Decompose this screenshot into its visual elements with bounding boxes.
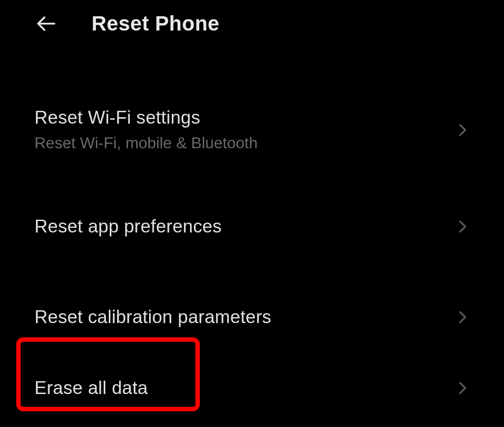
- list-item-erase-all-data[interactable]: Erase all data: [0, 362, 504, 414]
- list-item-title: Erase all data: [34, 378, 148, 398]
- header: Reset Phone: [0, 0, 504, 44]
- chevron-right-icon: [456, 381, 470, 395]
- list-item-title: Reset calibration parameters: [34, 307, 271, 328]
- list-item-body: Reset Wi-Fi settings Reset Wi-Fi, mobile…: [34, 107, 258, 152]
- list-item-reset-app-preferences[interactable]: Reset app preferences: [0, 163, 504, 248]
- back-button[interactable]: [34, 12, 58, 35]
- chevron-right-icon: [456, 310, 470, 324]
- list-item-title: Reset app preferences: [34, 216, 222, 237]
- list-item-body: Reset app preferences: [34, 216, 222, 237]
- chevron-right-icon: [456, 123, 470, 137]
- list-item-title: Reset Wi-Fi settings: [34, 107, 258, 128]
- list-item-reset-wifi[interactable]: Reset Wi-Fi settings Reset Wi-Fi, mobile…: [0, 103, 504, 163]
- chevron-right-icon: [456, 220, 470, 233]
- list-item-body: Erase all data: [34, 378, 148, 398]
- settings-list: Reset Wi-Fi settings Reset Wi-Fi, mobile…: [0, 44, 504, 414]
- list-item-subtitle: Reset Wi-Fi, mobile & Bluetooth: [34, 134, 258, 152]
- arrow-left-icon: [35, 13, 57, 34]
- list-item-body: Reset calibration parameters: [34, 307, 271, 328]
- page-title: Reset Phone: [92, 12, 220, 35]
- list-item-reset-calibration[interactable]: Reset calibration parameters: [0, 248, 504, 338]
